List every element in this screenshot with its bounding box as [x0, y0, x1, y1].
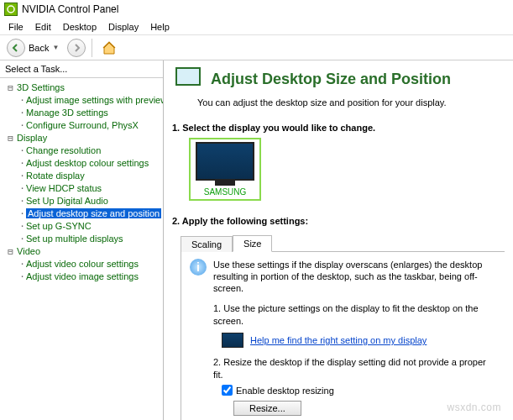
body: Select a Task... ⊟ 3D Settings·Adjust im… [0, 60, 513, 420]
back-button[interactable]: Back ▼ [4, 38, 65, 58]
menu-help[interactable]: Help [144, 20, 175, 34]
tree-item[interactable]: Change resolution [26, 145, 101, 155]
toolbar-separator [92, 39, 92, 57]
tree-item[interactable]: Adjust video colour settings [26, 259, 139, 269]
tree-item[interactable]: Rotate display [26, 171, 85, 181]
tree-category[interactable]: Display [17, 133, 47, 143]
content-pane: Adjust Desktop Size and Position You can… [164, 60, 513, 420]
menubar: File Edit Desktop Display Help [0, 18, 513, 35]
tree-item[interactable]: Adjust image settings with preview [26, 95, 163, 105]
titlebar: NVIDIA Control Panel [0, 0, 513, 18]
tab-bar: Scaling Size [181, 234, 505, 252]
display-samsung[interactable]: SAMSUNG [189, 138, 261, 201]
tree-item[interactable]: Adjust desktop colour settings [26, 158, 149, 168]
tree-item[interactable]: Manage 3D settings [26, 108, 108, 118]
toolbar: Back ▼ [0, 35, 513, 60]
page-title: Adjust Desktop Size and Position [211, 71, 451, 88]
page-description: You can adjust the desktop size and posi… [197, 97, 505, 108]
resize-button[interactable]: Resize... [233, 401, 301, 416]
step2: 2. Resize the desktop if the display set… [213, 356, 496, 381]
home-button[interactable] [98, 38, 120, 58]
info-icon: i [190, 259, 207, 276]
collapse-icon[interactable]: ⊟ [7, 245, 14, 258]
content-header: Adjust Desktop Size and Position [172, 66, 505, 92]
enable-resize-label: Enable desktop resizing [236, 386, 334, 396]
help-link[interactable]: Help me find the right setting on my dis… [250, 335, 427, 345]
tree-category[interactable]: Video [17, 246, 40, 256]
sidebar: Select a Task... ⊟ 3D Settings·Adjust im… [0, 60, 164, 420]
tree-item[interactable]: Set up multiple displays [26, 234, 123, 244]
tab-scaling[interactable]: Scaling [181, 236, 233, 252]
back-label: Back [29, 43, 49, 53]
resize-monitor-icon [172, 66, 204, 92]
tree-item[interactable]: Configure Surround, PhysX [26, 120, 139, 130]
window-title: NVIDIA Control Panel [22, 3, 118, 15]
tree-category[interactable]: 3D Settings [17, 82, 65, 92]
back-arrow-icon [7, 39, 25, 57]
settings-tabs: Scaling Size i Use these settings if the… [181, 234, 505, 420]
tree-item[interactable]: Adjust video image settings [26, 271, 139, 281]
display-label: SAMSUNG [196, 187, 254, 197]
tree-item[interactable]: Set Up Digital Audio [26, 196, 108, 206]
forward-button[interactable] [67, 39, 86, 57]
help-row: Help me find the right setting on my dis… [222, 333, 496, 348]
info-text: Use these settings if the display oversc… [213, 259, 496, 294]
task-tree: ⊟ 3D Settings·Adjust image settings with… [0, 78, 163, 420]
dropdown-icon: ▼ [52, 44, 59, 51]
menu-file[interactable]: File [3, 20, 29, 34]
mini-monitor-icon [222, 333, 243, 348]
tab-size[interactable]: Size [233, 235, 272, 252]
menu-edit[interactable]: Edit [29, 20, 57, 34]
step1: 1. Use the picture settings on the displ… [213, 302, 496, 328]
enable-resize-row: Enable desktop resizing [222, 385, 496, 396]
tree-item[interactable]: View HDCP status [26, 183, 102, 193]
tree-item[interactable]: Adjust desktop size and position [26, 208, 161, 218]
enable-resize-checkbox[interactable] [222, 385, 233, 396]
section1-header: 1. Select the display you would like to … [172, 123, 505, 133]
collapse-icon[interactable]: ⊟ [7, 132, 14, 144]
menu-display[interactable]: Display [102, 20, 144, 34]
section2-header: 2. Apply the following settings: [172, 216, 505, 226]
nvidia-logo-icon [4, 3, 18, 16]
svg-point-0 [8, 6, 14, 13]
display-selector: SAMSUNG [189, 138, 505, 201]
collapse-icon[interactable]: ⊟ [7, 81, 14, 94]
menu-desktop[interactable]: Desktop [57, 20, 102, 34]
sidebar-header: Select a Task... [0, 60, 163, 78]
tree-item[interactable]: Set up G-SYNC [26, 221, 92, 231]
monitor-icon [196, 142, 254, 181]
info-row: i Use these settings if the display over… [190, 259, 496, 294]
tab-body-size: i Use these settings if the display over… [181, 252, 505, 420]
